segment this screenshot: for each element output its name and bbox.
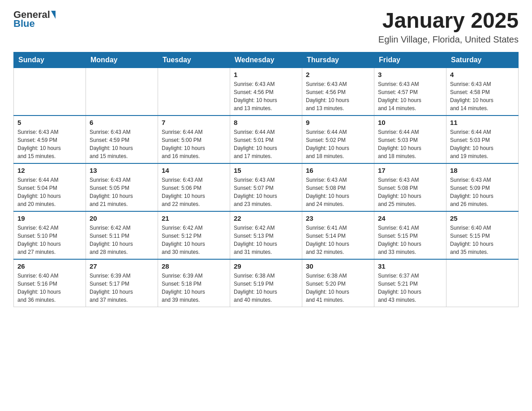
weekday-header-thursday: Thursday (302, 52, 374, 68)
calendar-day-cell: 3Sunrise: 6:43 AM Sunset: 4:57 PM Daylig… (374, 68, 446, 116)
calendar-day-cell: 29Sunrise: 6:38 AM Sunset: 5:19 PM Dayli… (230, 259, 302, 307)
day-number: 26 (17, 262, 82, 270)
day-info: Sunrise: 6:43 AM Sunset: 5:06 PM Dayligh… (162, 176, 226, 208)
day-number: 22 (234, 214, 298, 222)
day-info: Sunrise: 6:37 AM Sunset: 5:21 PM Dayligh… (378, 272, 442, 304)
day-info: Sunrise: 6:43 AM Sunset: 5:07 PM Dayligh… (234, 176, 298, 208)
logo: General Blue (13, 9, 56, 30)
day-number: 15 (234, 167, 298, 174)
calendar-week-row: 12Sunrise: 6:44 AM Sunset: 5:04 PM Dayli… (14, 163, 519, 211)
day-number: 2 (306, 71, 370, 78)
day-info: Sunrise: 6:40 AM Sunset: 5:16 PM Dayligh… (17, 272, 82, 304)
calendar-day-cell: 13Sunrise: 6:43 AM Sunset: 5:05 PM Dayli… (86, 163, 158, 211)
calendar-day-cell: 16Sunrise: 6:43 AM Sunset: 5:08 PM Dayli… (302, 163, 374, 211)
calendar-day-cell (86, 68, 158, 116)
logo-arrow-icon (51, 11, 56, 19)
page-header: General Blue January 2025 Eglin Village,… (13, 9, 519, 45)
weekday-header-monday: Monday (86, 52, 158, 68)
day-info: Sunrise: 6:40 AM Sunset: 5:15 PM Dayligh… (450, 224, 515, 256)
day-number: 3 (378, 71, 442, 78)
day-info: Sunrise: 6:43 AM Sunset: 5:08 PM Dayligh… (306, 176, 370, 208)
calendar-day-cell: 4Sunrise: 6:43 AM Sunset: 4:58 PM Daylig… (446, 68, 519, 116)
day-number: 21 (162, 214, 226, 222)
day-number: 16 (306, 167, 370, 174)
day-number: 25 (450, 214, 515, 222)
day-number: 11 (450, 119, 515, 126)
day-number: 4 (450, 71, 515, 78)
calendar-day-cell (158, 68, 230, 116)
day-number: 5 (17, 119, 82, 126)
day-info: Sunrise: 6:44 AM Sunset: 5:00 PM Dayligh… (162, 128, 226, 160)
day-number: 24 (378, 214, 442, 222)
day-number: 29 (234, 262, 298, 270)
day-number: 23 (306, 214, 370, 222)
day-info: Sunrise: 6:43 AM Sunset: 4:56 PM Dayligh… (306, 80, 370, 112)
day-info: Sunrise: 6:39 AM Sunset: 5:18 PM Dayligh… (162, 272, 226, 304)
day-number: 12 (17, 167, 82, 174)
title-block: January 2025 Eglin Village, Florida, Uni… (378, 9, 519, 45)
day-number: 18 (450, 167, 515, 174)
day-info: Sunrise: 6:44 AM Sunset: 5:02 PM Dayligh… (306, 128, 370, 160)
calendar-day-cell: 19Sunrise: 6:42 AM Sunset: 5:10 PM Dayli… (14, 211, 86, 259)
calendar-week-row: 1Sunrise: 6:43 AM Sunset: 4:56 PM Daylig… (14, 68, 519, 116)
weekday-header-wednesday: Wednesday (230, 52, 302, 68)
day-info: Sunrise: 6:43 AM Sunset: 4:59 PM Dayligh… (17, 128, 82, 160)
day-number: 20 (90, 214, 154, 222)
day-info: Sunrise: 6:43 AM Sunset: 4:56 PM Dayligh… (234, 80, 298, 112)
day-number: 7 (162, 119, 226, 126)
day-info: Sunrise: 6:38 AM Sunset: 5:19 PM Dayligh… (234, 272, 298, 304)
day-info: Sunrise: 6:38 AM Sunset: 5:20 PM Dayligh… (306, 272, 370, 304)
day-number: 19 (17, 214, 82, 222)
calendar-day-cell: 28Sunrise: 6:39 AM Sunset: 5:18 PM Dayli… (158, 259, 230, 307)
calendar-week-row: 5Sunrise: 6:43 AM Sunset: 4:59 PM Daylig… (14, 116, 519, 163)
day-info: Sunrise: 6:42 AM Sunset: 5:10 PM Dayligh… (17, 224, 82, 256)
day-info: Sunrise: 6:43 AM Sunset: 4:58 PM Dayligh… (450, 80, 515, 112)
calendar-day-cell: 7Sunrise: 6:44 AM Sunset: 5:00 PM Daylig… (158, 116, 230, 163)
day-number: 1 (234, 71, 298, 78)
day-number: 31 (378, 262, 442, 270)
day-info: Sunrise: 6:43 AM Sunset: 5:05 PM Dayligh… (90, 176, 154, 208)
day-number: 28 (162, 262, 226, 270)
day-number: 13 (90, 167, 154, 174)
calendar-day-cell: 22Sunrise: 6:42 AM Sunset: 5:13 PM Dayli… (230, 211, 302, 259)
calendar-day-cell: 1Sunrise: 6:43 AM Sunset: 4:56 PM Daylig… (230, 68, 302, 116)
day-info: Sunrise: 6:43 AM Sunset: 5:09 PM Dayligh… (450, 176, 515, 208)
day-number: 9 (306, 119, 370, 126)
weekday-header-friday: Friday (374, 52, 446, 68)
weekday-header-sunday: Sunday (14, 52, 86, 68)
calendar-day-cell: 8Sunrise: 6:44 AM Sunset: 5:01 PM Daylig… (230, 116, 302, 163)
calendar-day-cell (446, 259, 519, 307)
calendar-day-cell: 21Sunrise: 6:42 AM Sunset: 5:12 PM Dayli… (158, 211, 230, 259)
calendar-day-cell: 30Sunrise: 6:38 AM Sunset: 5:20 PM Dayli… (302, 259, 374, 307)
day-info: Sunrise: 6:42 AM Sunset: 5:11 PM Dayligh… (90, 224, 154, 256)
calendar-day-cell: 15Sunrise: 6:43 AM Sunset: 5:07 PM Dayli… (230, 163, 302, 211)
location-title: Eglin Village, Florida, United States (378, 34, 519, 45)
calendar-day-cell: 6Sunrise: 6:43 AM Sunset: 4:59 PM Daylig… (86, 116, 158, 163)
day-info: Sunrise: 6:42 AM Sunset: 5:13 PM Dayligh… (234, 224, 298, 256)
calendar-day-cell: 12Sunrise: 6:44 AM Sunset: 5:04 PM Dayli… (14, 163, 86, 211)
calendar-day-cell: 23Sunrise: 6:41 AM Sunset: 5:14 PM Dayli… (302, 211, 374, 259)
day-info: Sunrise: 6:43 AM Sunset: 4:59 PM Dayligh… (90, 128, 154, 160)
calendar-day-cell: 11Sunrise: 6:44 AM Sunset: 5:03 PM Dayli… (446, 116, 519, 163)
month-title: January 2025 (378, 9, 519, 33)
calendar-day-cell: 20Sunrise: 6:42 AM Sunset: 5:11 PM Dayli… (86, 211, 158, 259)
calendar-week-row: 19Sunrise: 6:42 AM Sunset: 5:10 PM Dayli… (14, 211, 519, 259)
calendar-week-row: 26Sunrise: 6:40 AM Sunset: 5:16 PM Dayli… (14, 259, 519, 307)
day-number: 30 (306, 262, 370, 270)
day-info: Sunrise: 6:43 AM Sunset: 4:57 PM Dayligh… (378, 80, 442, 112)
day-info: Sunrise: 6:39 AM Sunset: 5:17 PM Dayligh… (90, 272, 154, 304)
calendar-day-cell (14, 68, 86, 116)
day-info: Sunrise: 6:42 AM Sunset: 5:12 PM Dayligh… (162, 224, 226, 256)
calendar-table: SundayMondayTuesdayWednesdayThursdayFrid… (13, 52, 519, 307)
calendar-day-cell: 26Sunrise: 6:40 AM Sunset: 5:16 PM Dayli… (14, 259, 86, 307)
day-number: 10 (378, 119, 442, 126)
day-info: Sunrise: 6:44 AM Sunset: 5:03 PM Dayligh… (378, 128, 442, 160)
day-info: Sunrise: 6:44 AM Sunset: 5:04 PM Dayligh… (17, 176, 82, 208)
day-info: Sunrise: 6:41 AM Sunset: 5:15 PM Dayligh… (378, 224, 442, 256)
calendar-day-cell: 5Sunrise: 6:43 AM Sunset: 4:59 PM Daylig… (14, 116, 86, 163)
calendar-day-cell: 27Sunrise: 6:39 AM Sunset: 5:17 PM Dayli… (86, 259, 158, 307)
calendar-day-cell: 25Sunrise: 6:40 AM Sunset: 5:15 PM Dayli… (446, 211, 519, 259)
calendar-day-cell: 10Sunrise: 6:44 AM Sunset: 5:03 PM Dayli… (374, 116, 446, 163)
day-number: 27 (90, 262, 154, 270)
calendar-day-cell: 9Sunrise: 6:44 AM Sunset: 5:02 PM Daylig… (302, 116, 374, 163)
